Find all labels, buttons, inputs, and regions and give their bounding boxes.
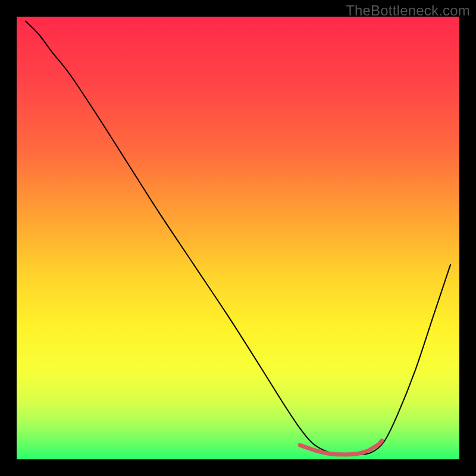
bottleneck-chart bbox=[17, 17, 459, 459]
chart-frame: TheBottleneck.com bbox=[0, 0, 476, 476]
watermark-text: TheBottleneck.com bbox=[346, 2, 470, 19]
plot-area bbox=[17, 17, 459, 459]
gradient-rect bbox=[17, 17, 459, 459]
